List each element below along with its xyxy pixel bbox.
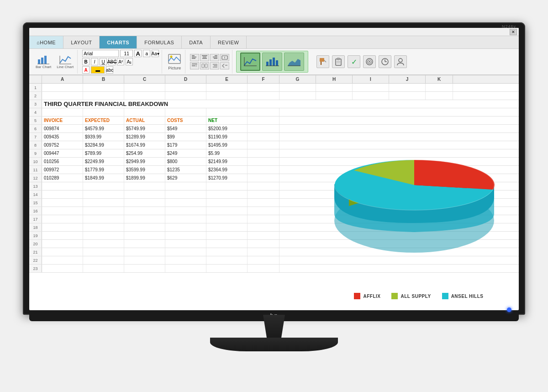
cell-4f[interactable] [248,108,279,116]
bar-chart-button[interactable]: Bar Chart [35,54,52,70]
cell-10f[interactable] [248,158,279,165]
cell-11b[interactable]: $1779.99 [83,166,124,174]
cell-12b[interactable]: $1849.99 [83,174,124,182]
format-painter-btn[interactable] [316,55,329,68]
italic-button[interactable]: I [91,58,98,65]
subscript-button[interactable]: A₂ [126,58,133,65]
cell-10c[interactable]: $2949.99 [124,158,165,165]
font-color-box[interactable]: ▬ [91,66,105,74]
bold-button[interactable]: B [82,58,90,65]
cell-10d[interactable]: $800 [165,158,206,165]
cell-9a[interactable]: 009447 [42,149,83,157]
cell-4c[interactable] [124,108,165,116]
cell-5b[interactable]: EXPECTED [83,117,124,124]
cell-11e[interactable]: $2364.99 [206,166,248,174]
line-type-btn[interactable] [240,53,260,71]
font-a-large[interactable]: A [134,50,142,57]
cell-10a[interactable]: 010256 [42,158,83,165]
checkmark-btn[interactable]: ✓ [348,55,360,68]
cell-11c[interactable]: $3599.99 [124,166,165,174]
font-aa-btn[interactable]: Aa▾ [152,50,159,57]
cell-2e[interactable] [206,92,248,100]
cell-12f[interactable] [248,174,279,182]
cell-6b[interactable]: $4579.99 [83,125,124,132]
clipboard-btn[interactable] [332,55,345,68]
user-btn[interactable] [394,55,407,68]
cell-1e[interactable] [206,84,248,91]
cell-1f[interactable] [248,84,279,91]
cell-2b[interactable] [83,92,124,100]
cell-7c[interactable]: $1289.99 [124,133,165,141]
underline-button[interactable]: U [100,58,107,65]
cell-1g[interactable] [279,84,316,91]
cell-8c[interactable]: $1674.99 [124,141,165,149]
font-a-small[interactable]: a [143,50,150,57]
cell-6a[interactable]: 009874 [42,125,83,132]
cell-6d[interactable]: $549 [165,125,206,132]
align-left-bottom[interactable] [220,54,229,61]
cell-2i[interactable] [353,92,389,100]
cell-9f[interactable] [248,149,279,157]
cell-3a-title[interactable]: THIRD QUARTER FINANCIAL BREAKDOWN [42,100,248,108]
font-abc[interactable]: abc [106,66,113,74]
align-center-top[interactable] [200,54,209,61]
cell-9c[interactable]: $254.99 [124,149,165,157]
cell-9b[interactable]: $789.99 [83,149,124,157]
cell-1i[interactable] [353,84,389,91]
cell-5d[interactable]: COSTS [165,117,206,124]
cell-1k[interactable] [426,84,453,91]
superscript-button[interactable]: A² [117,58,124,65]
cell-2f[interactable] [248,92,279,100]
cell-2g[interactable] [279,92,316,100]
cell-8a[interactable]: 009752 [42,141,83,149]
cell-12e[interactable]: $1270.99 [206,174,248,182]
cell-4a[interactable] [42,108,83,116]
font-name-input[interactable] [82,50,119,57]
cell-7d[interactable]: $99 [165,133,206,141]
font-color-a[interactable]: A [82,66,90,74]
tab-home[interactable]: ⌂ HOME [29,36,63,48]
cell-6e[interactable]: $5200.99 [206,125,248,132]
bar-type-btn[interactable] [262,53,282,71]
cell-5a[interactable]: INVOICE [42,117,83,124]
cell-9d[interactable]: $249 [165,149,206,157]
cell-5c[interactable]: ACTUAL [124,117,165,124]
cell-1d[interactable] [165,84,206,91]
tab-layout[interactable]: LAYOUT [63,36,100,48]
cell-7b[interactable]: $939.99 [83,133,124,141]
cell-2k[interactable] [426,92,453,100]
cell-4d[interactable] [165,108,206,116]
cell-2d[interactable] [165,92,206,100]
cell-2j[interactable] [389,92,426,100]
power-indicator[interactable] [507,307,511,312]
font-size-input[interactable] [120,50,133,57]
cell-1a[interactable] [42,84,83,91]
cell-7f[interactable] [248,133,279,141]
tab-charts[interactable]: CHARTS [100,36,137,48]
cell-6f[interactable] [248,125,279,132]
target-btn[interactable] [363,55,376,68]
cell-8b[interactable]: $3284.99 [83,141,124,149]
cell-2a[interactable] [42,92,83,100]
picture-group[interactable]: Picture [164,50,185,74]
cell-1b[interactable] [83,84,124,91]
cell-12c[interactable]: $1899.99 [124,174,165,182]
tab-review[interactable]: REVIEW [211,36,247,48]
strikethrough-button[interactable]: ABC [108,58,116,65]
cell-11f[interactable] [248,166,279,174]
cell-8e[interactable]: $1495.99 [206,141,248,149]
tab-formulas[interactable]: FORMULAS [137,36,182,48]
cell-12d[interactable]: $629 [165,174,206,182]
indent-btn[interactable] [210,62,219,69]
close-button[interactable]: ✕ [510,29,517,35]
cell-4e[interactable] [206,108,248,116]
area-type-btn[interactable] [284,53,304,71]
tab-data[interactable]: DATA [182,36,211,48]
align-right-top[interactable] [210,54,219,61]
cell-12a[interactable]: 010289 [42,174,83,182]
cell-1c[interactable] [124,84,165,91]
cell-11a[interactable]: 009972 [42,166,83,174]
cell-8f[interactable] [248,141,279,149]
cell-5f[interactable] [248,117,279,124]
cell-6c[interactable]: $5749.99 [124,125,165,132]
